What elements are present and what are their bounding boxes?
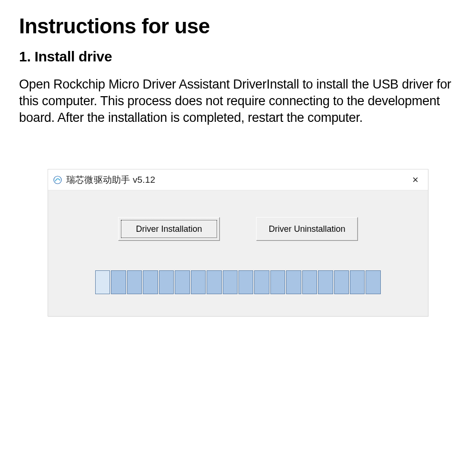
progress-segment xyxy=(334,270,349,294)
progress-segment xyxy=(175,270,189,294)
svg-point-0 xyxy=(54,176,61,184)
driver-assistant-dialog: 瑞芯微驱动助手 v5.12 × Driver Installation Driv… xyxy=(48,169,428,317)
progress-segment xyxy=(159,270,174,294)
progress-segment xyxy=(223,270,238,294)
dialog-body: Driver Installation Driver Uninstallatio… xyxy=(48,190,428,316)
section-heading: 1. Install drive xyxy=(19,49,457,65)
progress-segment xyxy=(302,270,317,294)
driver-uninstall-button[interactable]: Driver Uninstallation xyxy=(256,217,358,241)
progress-segment xyxy=(286,270,301,294)
progress-segment xyxy=(111,270,126,294)
progress-segment xyxy=(238,270,253,294)
progress-segment xyxy=(350,270,365,294)
progress-segment xyxy=(366,270,380,294)
progress-segment xyxy=(254,270,269,294)
instruction-paragraph: Open Rockchip Micro Driver Assistant Dri… xyxy=(19,76,457,126)
app-icon xyxy=(53,175,62,185)
progress-segment xyxy=(143,270,158,294)
driver-install-button[interactable]: Driver Installation xyxy=(118,217,220,241)
progress-segment xyxy=(318,270,333,294)
close-icon[interactable]: × xyxy=(409,174,421,186)
progress-segment xyxy=(95,270,110,294)
dialog-title: 瑞芯微驱动助手 v5.12 xyxy=(66,174,409,186)
progress-bar xyxy=(95,270,381,294)
progress-segment xyxy=(127,270,142,294)
progress-segment xyxy=(270,270,285,294)
progress-segment xyxy=(191,270,206,294)
page-title: Instructions for use xyxy=(19,14,457,38)
dialog-titlebar: 瑞芯微驱动助手 v5.12 × xyxy=(48,169,428,190)
progress-segment xyxy=(207,270,221,294)
